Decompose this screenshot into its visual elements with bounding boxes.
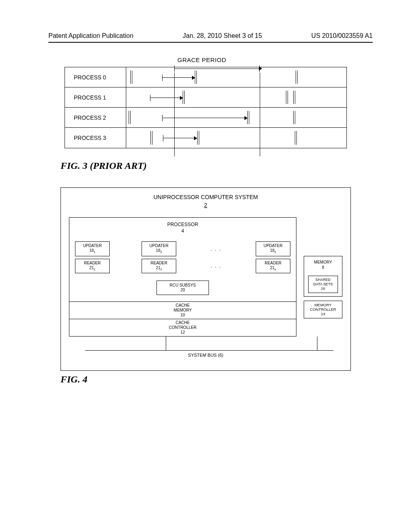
fig4-system-diagram: UNIPROCESSOR COMPUTER SYSTEM 2 PROCESSOR… <box>60 187 351 371</box>
cache-memory-block: CACHEMEMORY10 <box>69 302 296 319</box>
reader-block: READER 211 <box>75 259 110 273</box>
header-right: US 2010/0023559 A1 <box>311 32 373 39</box>
timing-lane <box>126 67 346 87</box>
updater-row: UPDATER 181 UPDATER 182 . . . UPDATER 18… <box>75 241 290 256</box>
reader-row: READER 211 READER 212 . . . READER 21n <box>75 259 290 273</box>
cache-controller-block: CACHECONTROLLER12 <box>69 319 296 337</box>
bus-label: SYSTEM BUS (6) <box>69 353 342 357</box>
timing-lane <box>126 108 346 127</box>
shared-data-box: SHAREDDATA SETS16 <box>308 276 338 293</box>
fig3-timing-diagram: GRACE PERIOD PROCESS 0 PROCESS 1 <box>65 67 347 148</box>
process-label: PROCESS 0 <box>65 67 126 87</box>
fig4-title-ref: 2 <box>204 202 207 208</box>
fig3-caption: FIG. 3 (PRIOR ART) <box>60 160 373 171</box>
timing-lane <box>126 128 346 148</box>
fig4-title: UNIPROCESSOR COMPUTER SYSTEM 2 <box>69 193 342 209</box>
table-row: PROCESS 0 <box>65 67 346 87</box>
header-rule <box>48 42 373 43</box>
processor-box: PROCESSOR 4 UPDATER 181 UPDATER 182 . . … <box>69 217 296 302</box>
updater-block: UPDATER 181 <box>75 241 110 256</box>
page-header: Patent Application Publication Jan. 28, … <box>48 32 373 39</box>
timing-chart: PROCESS 0 PROCESS 1 PROCESS 2 <box>65 67 347 148</box>
table-row: PROCESS 2 <box>65 108 346 128</box>
updater-block: UPDATER 182 <box>142 241 176 256</box>
processor-title: PROCESSOR 4 <box>75 222 290 234</box>
reader-block: READER 212 <box>142 259 176 273</box>
table-row: PROCESS 1 <box>65 87 346 108</box>
header-center: Jan. 28, 2010 Sheet 3 of 15 <box>183 32 262 39</box>
memory-column: MEMORY 8 SHAREDDATA SETS16 MEMORYCONTROL… <box>304 256 342 318</box>
header-left: Patent Application Publication <box>48 32 133 39</box>
fig4-title-text: UNIPROCESSOR COMPUTER SYSTEM <box>153 194 258 200</box>
reader-block: READER 21n <box>256 259 290 273</box>
fig4-caption: FIG. 4 <box>60 374 373 385</box>
processor-stack: PROCESSOR 4 UPDATER 181 UPDATER 182 . . … <box>69 217 296 337</box>
ellipsis: . . . <box>208 246 224 252</box>
process-label: PROCESS 1 <box>65 87 126 107</box>
memory-box: MEMORY 8 SHAREDDATA SETS16 <box>304 256 342 296</box>
rcu-block: RCU SUBSYS 20 <box>156 281 209 295</box>
process-label: PROCESS 2 <box>65 108 126 127</box>
process-label: PROCESS 3 <box>65 128 126 148</box>
updater-block: UPDATER 18n <box>256 241 290 256</box>
grace-period-label: GRACE PERIOD <box>177 56 226 63</box>
system-bus: SYSTEM BUS (6) <box>69 337 342 358</box>
table-row: PROCESS 3 <box>65 128 346 148</box>
ellipsis: . . . <box>208 263 224 269</box>
timing-lane <box>126 87 346 107</box>
memory-controller-box: MEMORYCONTROLLER14 <box>304 301 342 318</box>
